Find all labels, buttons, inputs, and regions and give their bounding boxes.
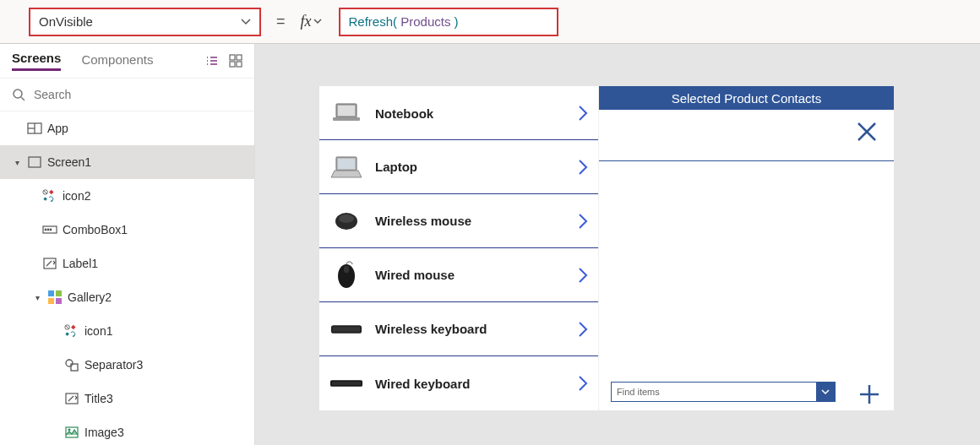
separator-icon — [64, 357, 79, 372]
svg-rect-41 — [338, 106, 355, 116]
product-title: Notebook — [375, 106, 566, 121]
svg-rect-50 — [333, 327, 360, 332]
detail-panel: Selected Product Contacts Find items — [598, 86, 894, 410]
tree-item-separator3[interactable]: Separator3 — [0, 348, 254, 382]
search-input[interactable] — [34, 88, 242, 101]
gallery-item[interactable]: Notebook — [319, 86, 598, 140]
tree-item-icon2[interactable]: icon2 — [0, 179, 254, 213]
svg-point-46 — [339, 214, 354, 223]
chevron-down-icon — [241, 19, 251, 25]
gallery-item[interactable]: Wireless keyboard — [319, 302, 598, 356]
tree-item-app[interactable]: App — [0, 111, 254, 145]
fx-icon: fx — [301, 13, 312, 30]
grid-toggle-icon[interactable] — [229, 54, 242, 68]
chevron-down-icon — [313, 19, 322, 24]
collapse-icon[interactable]: ▾ — [12, 158, 22, 167]
screen-icon — [27, 155, 42, 170]
tree-label: App — [47, 122, 68, 135]
svg-rect-28 — [48, 298, 54, 304]
product-title: Wireless mouse — [375, 214, 566, 228]
tree-label: Image3 — [84, 426, 124, 439]
svg-line-37 — [68, 396, 74, 401]
formula-function: Refresh — [349, 14, 394, 29]
product-image — [329, 155, 363, 180]
close-icon[interactable] — [855, 120, 879, 144]
svg-rect-9 — [237, 62, 242, 67]
chevron-right-icon[interactable] — [578, 213, 588, 230]
tree-label: icon2 — [63, 189, 90, 203]
product-image — [329, 317, 363, 342]
tree-label: Gallery2 — [68, 290, 112, 304]
svg-point-21 — [45, 229, 46, 231]
svg-rect-27 — [56, 290, 62, 296]
gallery-item[interactable]: Wired keyboard — [319, 356, 598, 410]
tree-label: Separator3 — [84, 358, 143, 372]
tree-item-label1[interactable]: Label1 — [0, 247, 254, 280]
svg-rect-8 — [230, 62, 235, 67]
equals-sign: = — [270, 13, 292, 30]
tree-item-combobox1[interactable]: ComboBox1 — [0, 213, 254, 247]
gallery-item[interactable]: Wireless mouse — [319, 194, 598, 248]
product-image — [329, 100, 363, 126]
gallery-item[interactable]: Wired mouse — [319, 248, 598, 302]
tree-item-image3[interactable]: Image3 — [0, 415, 254, 445]
fx-label[interactable]: fx — [301, 8, 330, 36]
search-icon — [12, 88, 25, 101]
collapse-icon[interactable]: ▾ — [32, 293, 42, 302]
formula-bar: OnVisible = fx Refresh( Products ) — [0, 0, 980, 44]
tree-search[interactable] — [0, 78, 254, 111]
svg-rect-7 — [237, 55, 242, 60]
tab-screens[interactable]: Screens — [12, 51, 61, 71]
chevron-right-icon[interactable] — [578, 375, 588, 392]
chevron-right-icon[interactable] — [578, 159, 588, 176]
chevron-right-icon[interactable] — [578, 105, 588, 122]
combo-placeholder: Find items — [612, 387, 816, 397]
app-preview: Notebook Laptop Wireless mouse Wired mou… — [319, 86, 894, 410]
gallery-icon — [47, 290, 63, 305]
svg-rect-26 — [48, 290, 54, 296]
tree-view: App ▾ Screen1 icon2 ComboBox1 Label1 — [0, 111, 254, 445]
app-icon — [27, 121, 42, 136]
svg-point-10 — [14, 90, 22, 98]
svg-rect-44 — [338, 159, 355, 169]
icon-group-icon — [64, 323, 79, 339]
svg-line-17 — [44, 191, 47, 194]
icon-group-icon — [42, 188, 57, 204]
chevron-right-icon[interactable] — [578, 321, 588, 338]
find-items-combobox[interactable]: Find items — [611, 382, 836, 402]
add-icon[interactable] — [857, 382, 882, 407]
product-title: Wired mouse — [375, 268, 566, 282]
gallery-item[interactable]: Laptop — [319, 140, 598, 194]
product-image — [329, 263, 363, 288]
label-icon — [64, 391, 79, 406]
svg-point-39 — [68, 429, 70, 431]
tree-item-screen1[interactable]: ▾ Screen1 — [0, 145, 254, 179]
svg-point-23 — [50, 229, 52, 231]
svg-rect-29 — [56, 298, 62, 304]
chevron-down-icon[interactable] — [816, 383, 835, 401]
tree-label: Screen1 — [47, 155, 91, 169]
formula-input[interactable]: Refresh( Products ) — [339, 8, 558, 36]
tree-label: Title3 — [84, 392, 113, 405]
tree-label: ComboBox1 — [63, 223, 128, 236]
svg-rect-6 — [230, 55, 235, 60]
product-title: Laptop — [375, 160, 566, 174]
svg-rect-48 — [344, 266, 349, 273]
list-toggle-icon[interactable] — [205, 54, 219, 68]
product-title: Wireless keyboard — [375, 322, 566, 336]
tree-item-title3[interactable]: Title3 — [0, 382, 254, 415]
tree-item-gallery2[interactable]: ▾ Gallery2 — [0, 280, 254, 314]
tree-tabs: Screens Components — [0, 44, 254, 78]
property-selector[interactable]: OnVisible — [29, 8, 261, 36]
product-gallery[interactable]: Notebook Laptop Wireless mouse Wired mou… — [319, 86, 598, 410]
design-canvas[interactable]: Notebook Laptop Wireless mouse Wired mou… — [255, 44, 980, 445]
property-name: OnVisible — [39, 14, 93, 29]
svg-line-25 — [46, 261, 52, 266]
svg-line-31 — [66, 326, 69, 329]
chevron-right-icon[interactable] — [578, 267, 588, 284]
product-image — [329, 209, 363, 234]
tree-item-icon1[interactable]: icon1 — [0, 314, 254, 348]
tab-components[interactable]: Components — [81, 52, 153, 70]
svg-point-34 — [66, 360, 73, 366]
svg-rect-15 — [29, 157, 41, 167]
